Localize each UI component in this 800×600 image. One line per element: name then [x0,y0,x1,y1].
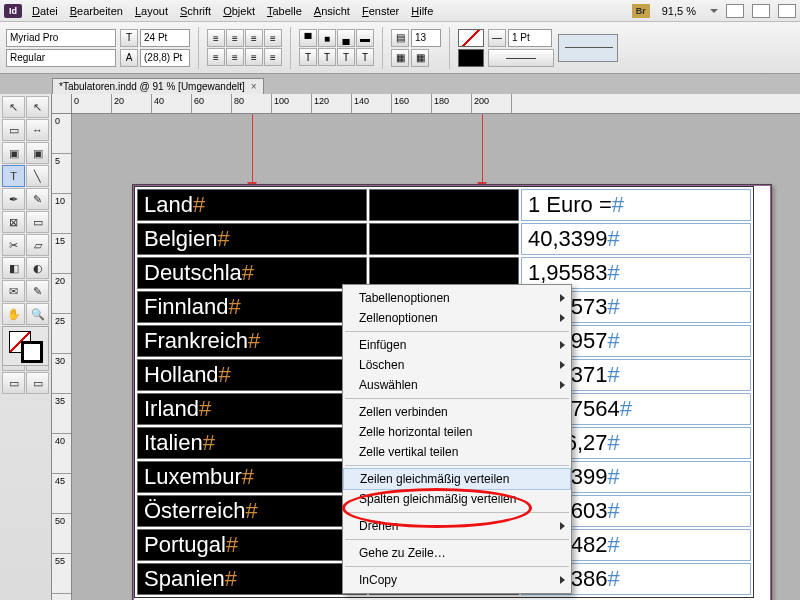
bridge-icon[interactable]: Br [632,4,650,18]
context-menu-item[interactable]: Zelle horizontal teilen [343,422,571,442]
align-right-icon[interactable]: ≡ [245,29,263,47]
table-row[interactable]: Belgien#40,3399# [137,223,751,255]
context-menu-item[interactable]: Zelle vertikal teilen [343,442,571,462]
selection-tool-icon[interactable]: ↖ [2,96,25,118]
cell-justify-icon[interactable]: ▬ [356,29,374,47]
line-tool-icon[interactable]: ╲ [26,165,49,187]
font-family-input[interactable] [6,29,116,47]
context-menu-item[interactable]: Zellen verbinden [343,402,571,422]
rotate-90-icon[interactable]: T [318,48,336,66]
rotate-270-icon[interactable]: T [356,48,374,66]
zoom-level[interactable]: 91,5 % [658,5,700,17]
pen-tool-icon[interactable]: ✒ [2,188,25,210]
leading-input[interactable] [140,49,190,67]
content-collector-icon[interactable]: ▣ [2,142,25,164]
submenu-arrow-icon [560,341,565,349]
stroke-weight-icon: — [488,29,506,47]
align-towards-spine-icon[interactable]: ≡ [264,48,282,66]
align-justify-right-icon[interactable]: ≡ [245,48,263,66]
content-placer-icon[interactable]: ▣ [26,142,49,164]
cell-bottom-icon[interactable]: ▄ [337,29,355,47]
hand-tool-icon[interactable]: ✋ [2,303,25,325]
menu-layout[interactable]: Layout [135,5,168,17]
direct-selection-tool-icon[interactable]: ↖ [26,96,49,118]
zoom-tool-icon[interactable]: 🔍 [26,303,49,325]
menu-datei[interactable]: Datei [32,5,58,17]
context-menu-item[interactable]: Tabellenoptionen [343,288,571,308]
gradient-tool-icon[interactable]: ◧ [2,257,25,279]
fill-black-swatch[interactable] [458,49,484,67]
document-tab[interactable]: *Tabulatoren.indd @ 91 % [Umgewandelt] × [52,78,264,94]
rotate-180-icon[interactable]: T [337,48,355,66]
context-menu-item[interactable]: InCopy [343,570,571,590]
rows-icon: ▤ [391,29,409,47]
context-menu-item[interactable]: Zeilen gleichmäßig verteilen [343,468,571,490]
align-justify-icon[interactable]: ≡ [264,29,282,47]
split-cells-icon[interactable]: ▦ [411,49,429,67]
menu-ansicht[interactable]: Ansicht [314,5,350,17]
align-justify-center-icon[interactable]: ≡ [226,48,244,66]
menu-tabelle[interactable]: Tabelle [267,5,302,17]
context-menu-item[interactable]: Gehe zu Zeile… [343,543,571,563]
view-mode-3-icon[interactable] [778,4,796,18]
font-size-input[interactable] [140,29,190,47]
view-mode-1-icon[interactable] [726,4,744,18]
document-area[interactable]: 020406080100120140160180200 051015202530… [52,94,800,600]
type-tool-icon[interactable]: T [2,165,25,187]
submenu-arrow-icon [560,361,565,369]
menu-bearbeiten[interactable]: Bearbeiten [70,5,123,17]
preview-view-icon[interactable]: ▭ [26,372,49,394]
menu-objekt[interactable]: Objekt [223,5,255,17]
view-mode-2-icon[interactable] [752,4,770,18]
menu-schrift[interactable]: Schrift [180,5,211,17]
stroke-weight-input[interactable] [508,29,552,47]
workspace: ↖ ↖ ▭ ↔ ▣ ▣ T ╲ ✒ ✎ ⊠ ▭ ✂ ▱ ◧ ◐ ✉ ✎ ✋ 🔍 … [0,94,800,600]
cell-middle-icon[interactable]: ■ [318,29,336,47]
submenu-arrow-icon [560,522,565,530]
context-menu-item[interactable]: Zellenoptionen [343,308,571,328]
eyedropper-tool-icon[interactable]: ✎ [26,280,49,302]
fill-stroke-proxy[interactable] [2,326,49,366]
zoom-dropdown-icon[interactable] [710,9,718,13]
cell-top-icon[interactable]: ▀ [299,29,317,47]
vertical-ruler[interactable]: 0510152025303540455055 [52,114,72,600]
context-menu-item[interactable]: Auswählen [343,375,571,395]
note-tool-icon[interactable]: ✉ [2,280,25,302]
rows-input[interactable] [411,29,441,47]
menu-hilfe[interactable]: Hilfe [411,5,433,17]
align-center-icon[interactable]: ≡ [226,29,244,47]
font-style-input[interactable] [6,49,116,67]
menu-separator [345,398,569,399]
merge-cells-icon[interactable]: ▦ [391,49,409,67]
gap-tool-icon[interactable]: ↔ [26,119,49,141]
rectangle-tool-icon[interactable]: ▭ [26,211,49,233]
app-logo-icon: Id [4,4,22,18]
context-menu-item[interactable]: Einfügen [343,335,571,355]
align-justify-left-icon[interactable]: ≡ [207,48,225,66]
horizontal-ruler[interactable]: 020406080100120140160180200 [72,94,800,114]
context-menu-item[interactable]: Löschen [343,355,571,375]
stroke-style-icon[interactable]: ——— [488,49,554,67]
align-left-icon[interactable]: ≡ [207,29,225,47]
menu-separator [345,512,569,513]
context-menu-item[interactable]: Drehen [343,516,571,536]
rotate-0-icon[interactable]: T [299,48,317,66]
context-menu-item[interactable]: Spalten gleichmäßig verteilen [343,489,571,509]
ruler-origin[interactable] [52,94,72,114]
context-menu: TabellenoptionenZellenoptionenEinfügenLö… [342,284,572,594]
stroke-proxy-icon[interactable] [558,34,618,62]
page-tool-icon[interactable]: ▭ [2,119,25,141]
tool-panel: ↖ ↖ ▭ ↔ ▣ ▣ T ╲ ✒ ✎ ⊠ ▭ ✂ ▱ ◧ ◐ ✉ ✎ ✋ 🔍 … [0,94,52,600]
scissors-tool-icon[interactable]: ✂ [2,234,25,256]
free-transform-tool-icon[interactable]: ▱ [26,234,49,256]
document-tab-title: *Tabulatoren.indd @ 91 % [Umgewandelt] [59,81,245,92]
pencil-tool-icon[interactable]: ✎ [26,188,49,210]
rectangle-frame-tool-icon[interactable]: ⊠ [2,211,25,233]
normal-view-icon[interactable]: ▭ [2,372,25,394]
table-row[interactable]: Land#1 Euro =# [137,189,751,221]
menu-fenster[interactable]: Fenster [362,5,399,17]
gradient-feather-tool-icon[interactable]: ◐ [26,257,49,279]
fill-none-swatch[interactable] [458,29,484,47]
control-panel: T A ≡ ≡ ≡ ≡ ≡ ≡ ≡ ≡ ▀ ■ ▄ ▬ T T T T ▤ ▦▦… [0,22,800,74]
close-tab-icon[interactable]: × [251,81,257,92]
